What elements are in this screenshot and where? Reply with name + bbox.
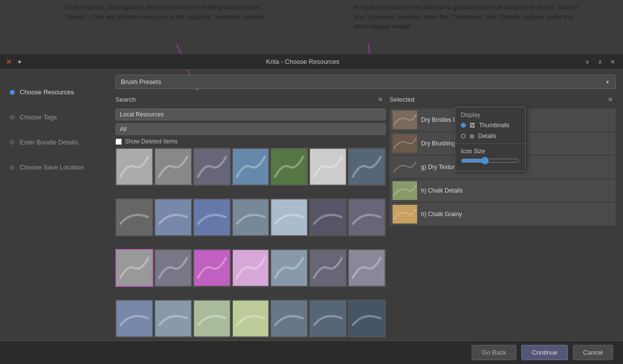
brush-cell[interactable] [309,148,347,186]
brush-cell[interactable] [115,198,153,236]
annotation-right: An option to switch from listview to gri… [354,2,585,31]
sidebar-dot-enter-bundle-details [10,140,15,145]
popup-details-item[interactable]: ⊞ Details [455,131,525,141]
brush-cell[interactable] [309,249,347,287]
close-x-icon[interactable]: ✕ [5,58,13,66]
popup-thumbnails-item[interactable]: 🖼 Thumbnails [455,120,525,131]
brush-cell[interactable] [348,198,386,236]
sidebar-item-enter-bundle-details[interactable]: Enter Bundle Details [0,130,108,155]
brush-cell[interactable] [154,198,192,236]
brush-cell[interactable] [309,300,347,337]
brush-cell[interactable] [193,148,231,186]
icon-size-slider[interactable] [461,157,519,165]
titlebar-title: Krita - Choose Resources [24,58,582,65]
tag-filter-select[interactable]: All [115,123,386,135]
selected-item-thumbnail [393,134,417,153]
brush-cell[interactable] [270,300,308,337]
go-back-button[interactable]: Go Back [472,345,517,360]
brush-cell[interactable] [115,148,153,186]
cancel-button[interactable]: Cancel [573,345,613,360]
brush-cell[interactable] [154,300,192,337]
brush-cell[interactable] [193,198,231,236]
brush-cell[interactable] [348,249,386,287]
selected-hamburger-button[interactable]: ≡ [605,94,616,105]
brush-cell[interactable] [232,300,270,337]
sidebar-dot-choose-tags [10,115,15,120]
brush-cell[interactable] [115,300,153,337]
brush-cell[interactable] [232,148,270,186]
search-panel: Search ≡ All Show Deleted Items [115,93,386,359]
popup-details-icon: ⊞ [470,133,474,140]
brush-cell[interactable] [154,148,192,186]
sidebar-item-choose-save-location[interactable]: Choose Save Location [0,155,108,180]
popup-display-label: Display [455,110,525,120]
selected-item-name: Dry Brushing [421,140,455,147]
selected-list-item[interactable]: h) Chalk Details [390,179,616,202]
selected-panel-title: Selected [390,96,415,103]
brush-cell[interactable] [348,148,386,186]
brush-cell[interactable] [193,249,231,287]
brush-cell[interactable] [270,249,308,287]
show-deleted-row: Show Deleted Items [115,138,386,145]
selected-item-thumbnail [393,205,417,224]
brush-cell[interactable] [270,148,308,186]
brush-cell[interactable] [232,249,270,287]
display-popup: Display 🖼 Thumbnails ⊞ Details Icon Size [454,107,526,171]
svg-rect-31 [393,181,417,200]
brush-cell[interactable] [348,300,386,337]
sidebar: Choose Resources Choose Tags Enter Bundl… [0,70,108,364]
brush-cell[interactable] [115,249,153,287]
popup-thumbnails-icon: 🖼 [470,122,475,128]
selected-panel-header: Selected ≡ [390,93,616,106]
annotation-left: Click to select, click again to deselect… [64,2,280,22]
brush-cell[interactable] [270,198,308,236]
popup-details-radio[interactable] [461,134,466,139]
pin-icon[interactable]: ✦ [16,58,24,66]
minimize-button[interactable]: ∨ [582,56,593,67]
sidebar-item-choose-tags[interactable]: Choose Tags [0,105,108,130]
brush-cell[interactable] [154,249,192,287]
continue-button[interactable]: Continue [521,345,567,360]
titlebar: ✕ ✦ Krita - Choose Resources ∨ ∧ ✕ [0,54,623,70]
popup-divider [455,143,525,144]
svg-rect-30 [393,158,417,176]
resource-type-dropdown[interactable]: Brush Presets ▼ [115,75,616,89]
selected-item-thumbnail [393,111,417,129]
sidebar-dot-choose-save-location [10,165,15,170]
search-panel-title: Search [115,96,136,103]
selected-list-item[interactable]: h) Chalk Grainy [390,203,616,225]
popup-thumbnails-radio[interactable] [461,123,466,128]
svg-rect-28 [393,111,417,129]
search-hamburger-button[interactable]: ≡ [375,94,386,105]
selected-item-name: h) Chalk Grainy [421,211,462,218]
brush-cell[interactable] [232,198,270,236]
show-deleted-checkbox[interactable] [115,139,122,145]
search-panel-header: Search ≡ [115,93,386,106]
svg-rect-32 [393,205,417,224]
content-area: Brush Presets ▼ Search ≡ All Show Delete… [108,70,623,364]
maximize-button[interactable]: ∧ [595,56,605,67]
brush-cell[interactable] [193,300,231,337]
selected-item-thumbnail [393,158,417,176]
search-filter-input[interactable] [115,109,386,120]
sidebar-dot-choose-resources [10,90,15,95]
brush-grid [115,148,386,349]
popup-icon-size-row: Icon Size [455,146,525,168]
selected-item-thumbnail [393,181,417,200]
svg-rect-29 [393,134,417,153]
bottom-bar: Go Back Continue Cancel [0,340,623,364]
selected-item-name: h) Chalk Details [421,187,463,194]
window-close-button[interactable]: ✕ [607,56,618,67]
sidebar-item-choose-resources[interactable]: Choose Resources [0,80,108,105]
panels-container: Search ≡ All Show Deleted Items [115,93,616,359]
brush-cell[interactable] [309,198,347,236]
